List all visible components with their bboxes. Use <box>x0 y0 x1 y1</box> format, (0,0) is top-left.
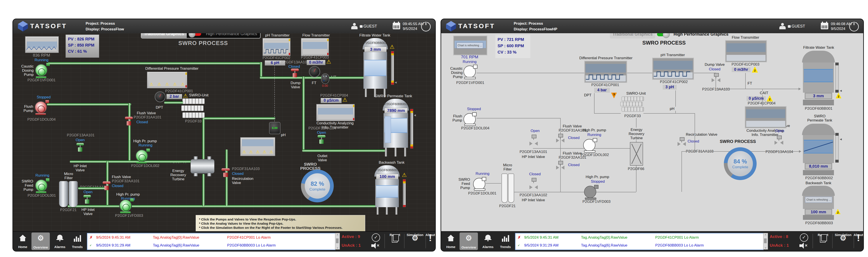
nav-alarms[interactable]: Alarms <box>52 233 68 250</box>
flush-valve-1[interactable] <box>556 134 564 144</box>
membrane-row[interactable] <box>181 105 204 111</box>
flow-value[interactable]: 0 m3/hr <box>732 67 750 72</box>
nav-home[interactable]: Home <box>444 233 458 250</box>
alarm-ack-icon[interactable]: ✓ <box>518 242 520 249</box>
flush-pump-status: Stopped <box>34 95 54 99</box>
hp-inlet-valve-1[interactable] <box>529 135 538 148</box>
energy-recovery-turbine[interactable] <box>630 142 643 166</box>
recirculation-valve[interactable] <box>221 168 230 179</box>
alarm-ack-icon[interactable]: ✗ <box>90 234 93 241</box>
hp-inlet-valve-2[interactable] <box>529 178 538 192</box>
recirculation-valve[interactable] <box>678 137 686 148</box>
ack-all-button[interactable]: ✓ <box>372 233 380 242</box>
nav-overview[interactable]: ⚙ Overview <box>460 232 478 250</box>
tank-leg <box>365 89 367 97</box>
filtrate-tank-label: Filtrate Water Tank <box>355 33 395 37</box>
alarm-list[interactable]: ✗ 9/5/2024 9:45:31 AM Tag.AnalogTag[0].R… <box>87 233 336 250</box>
swro-feed-pump[interactable] <box>473 177 485 189</box>
micro-filter-cartridge[interactable] <box>508 173 514 203</box>
simulation-button[interactable]: ⚙ Simulation <box>406 233 424 250</box>
alarm-row[interactable]: ✗ 9/5/2024 9:45:31 AM Tag.AnalogTag[0].R… <box>516 234 763 241</box>
caustic-dosing-pump[interactable] <box>35 62 49 77</box>
flow-value[interactable]: 0 m3/hr <box>307 60 326 65</box>
membrane-row[interactable] <box>182 98 205 104</box>
nav-overview[interactable]: ⚙ Overview <box>31 232 50 250</box>
dump-valve[interactable] <box>712 73 720 87</box>
about-button[interactable]: ! About <box>854 233 863 250</box>
backwash-level-value[interactable]: 100 mm <box>806 209 831 215</box>
user-name[interactable]: GUEST <box>792 24 805 29</box>
micro-filter-cartridge[interactable] <box>59 181 68 207</box>
dp-value[interactable]: 2 bar <box>166 94 182 99</box>
outlet-valve[interactable] <box>318 135 326 145</box>
flush-pump[interactable] <box>464 112 476 124</box>
backwash-tank-dome[interactable] <box>802 186 835 196</box>
filtrate-level-value[interactable]: 3 mm <box>806 93 831 98</box>
micro-filter-cartridge[interactable] <box>69 181 78 207</box>
caustic-rpm-value[interactable]: 701 RPM <box>454 55 485 59</box>
filtrate-level-value[interactable]: 3 mm <box>364 47 386 52</box>
hp-inlet-valve-2[interactable] <box>84 195 91 204</box>
ack-all-button[interactable]: ✓ <box>800 233 808 242</box>
alarm-row[interactable]: ✗ 9/5/2024 9:45:31 AM Tag.AnalogTag[0].R… <box>87 234 335 241</box>
flush-valve-2[interactable] <box>556 161 564 171</box>
cond-value[interactable]: 0 µS/cm <box>321 98 342 103</box>
project-label: Project: <box>514 22 527 26</box>
flush-valve-1[interactable] <box>125 117 133 127</box>
hp-inlet-valve-1[interactable] <box>76 143 84 152</box>
power-button[interactable] <box>421 22 431 31</box>
caustic-dosing-pump[interactable] <box>464 64 476 78</box>
backwash-level-value[interactable]: 100 mm <box>376 174 398 179</box>
nav-trends[interactable]: Trends <box>498 233 513 250</box>
alarm-scrollbar[interactable]: ˄ ˅ <box>335 233 340 250</box>
ph-gauge[interactable]: 6.00 <box>269 122 280 134</box>
mute-speaker-icon[interactable]: ✕ <box>799 242 809 249</box>
alarm-ack-icon[interactable]: ✗ <box>518 234 521 241</box>
simulation-button[interactable]: ⚙ Simulation <box>834 233 852 250</box>
membrane-row[interactable] <box>620 102 643 106</box>
membrane-row[interactable] <box>182 112 205 118</box>
alarm-scrollbar[interactable]: ˄ ˅ <box>763 233 768 250</box>
dp-transmitter-chart: ⚠ ⚠ ⚠ ⚠ ⚠ <box>147 72 187 88</box>
about-button[interactable]: ! About <box>426 233 435 250</box>
membrane-row[interactable] <box>622 107 644 111</box>
outlet-valve[interactable] <box>775 136 783 149</box>
cond-value[interactable]: 0 µS/cm <box>747 96 766 101</box>
ph-value[interactable]: 3 pH <box>663 85 677 90</box>
energy-recovery-turbine[interactable] <box>190 159 215 173</box>
permeate-level-value[interactable]: 7890 mm <box>384 108 408 113</box>
alarm-row[interactable]: ✓ 9/5/2024 9:31:29 AM Tag.AnalogTag[6].R… <box>87 242 335 249</box>
chart-warning-icon: ⚠ <box>263 149 266 155</box>
alarm-list[interactable]: ✗ 9/5/2024 9:45:31 AM Tag.AnalogTag[0].R… <box>515 233 764 250</box>
nav-home[interactable]: Home <box>16 233 30 250</box>
user-name[interactable]: GUEST <box>364 24 377 29</box>
mute-speaker-icon[interactable]: ✕ <box>371 242 381 249</box>
alarm-ack-icon[interactable]: ✓ <box>90 242 92 249</box>
alarm-row[interactable]: ✓ 9/5/2024 9:31:29 AM Tag.AnalogTag[6].R… <box>516 242 763 249</box>
report-button[interactable]: Report <box>815 233 831 250</box>
flush-valve-2[interactable] <box>103 181 111 192</box>
dp-value[interactable]: 4 bar <box>594 88 610 93</box>
hp-pump-1[interactable] <box>135 148 149 162</box>
report-button[interactable]: Report <box>387 233 403 250</box>
ft-gauge[interactable] <box>309 66 320 77</box>
ait-device[interactable] <box>321 74 330 84</box>
caustic-rpm-value[interactable]: 836 RPM <box>26 53 57 57</box>
micro-filter-cartridge[interactable] <box>501 173 507 203</box>
nav-alarms[interactable]: Alarms <box>480 233 496 250</box>
swro-feed-pump[interactable] <box>35 178 49 192</box>
ait-value[interactable]: 0.00 <box>320 84 330 87</box>
power-button[interactable] <box>849 22 859 31</box>
pid-values-box[interactable]: PV : 721 RPM SP : 600 RPM CV : 33 % <box>495 35 530 58</box>
level-pointer-icon: ◄ <box>413 113 416 117</box>
hp-pump-1[interactable] <box>583 138 596 151</box>
membrane-row[interactable] <box>622 96 644 101</box>
dpt-gauge[interactable] <box>155 91 165 102</box>
flush-pump[interactable] <box>34 99 48 114</box>
pid-values-box[interactable]: PV : 826 RPM SP : 850 RPM CV : 61 % <box>65 34 99 58</box>
hp-pump-2[interactable] <box>119 198 133 212</box>
dump-valve[interactable] <box>291 68 299 78</box>
nav-trends[interactable]: Trends <box>69 233 85 250</box>
hp-pump-2[interactable] <box>584 184 598 198</box>
permeate-level-value[interactable]: 8,010 mm <box>806 164 831 169</box>
